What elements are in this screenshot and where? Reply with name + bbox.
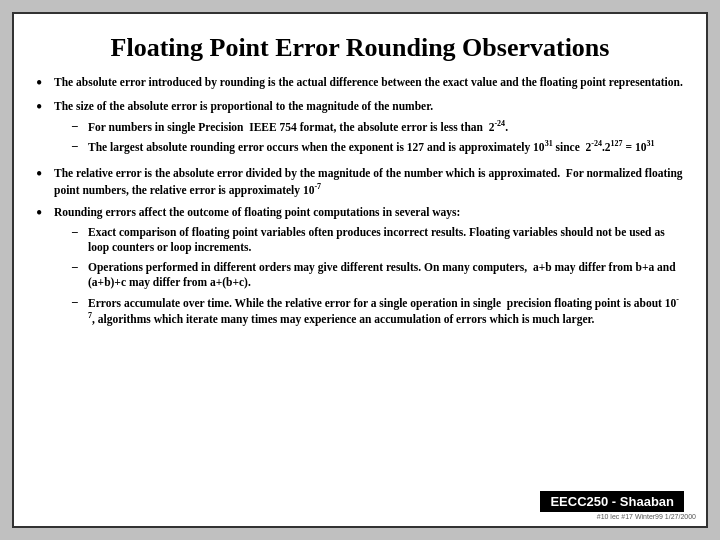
bullet-dot-1: • — [36, 75, 54, 92]
sub-bullet-2b: – The largest absolute rounding error oc… — [72, 139, 684, 155]
sub-dash-4a: – — [72, 225, 88, 256]
bullet-item-1: • The absolute error introduced by round… — [36, 75, 684, 92]
sub-text-4c: Errors accumulate over time. While the r… — [88, 295, 684, 328]
bullet-item-3: • The relative error is the absolute err… — [36, 166, 684, 198]
sub-dash-2a: – — [72, 119, 88, 135]
slide-title: Floating Point Error Rounding Observatio… — [36, 32, 684, 63]
bullet-text-4: Rounding errors affect the outcome of fl… — [54, 206, 460, 218]
sub-text-4b: Operations performed in different orders… — [88, 260, 684, 291]
bullet-dot-2: • — [36, 98, 54, 116]
footer-small-text: #10 lec #17 Winter99 1/27/2000 — [597, 513, 696, 520]
sub-dash-2b: – — [72, 139, 88, 155]
bullet-dot-3: • — [36, 165, 54, 183]
sub-bullet-4a: – Exact comparison of floating point var… — [72, 225, 684, 256]
slide: Floating Point Error Rounding Observatio… — [12, 12, 708, 528]
sub-bullet-4b: – Operations performed in different orde… — [72, 260, 684, 291]
slide-footer: EECC250 - Shaaban — [36, 491, 684, 512]
sub-text-2a: For numbers in single Precision IEEE 754… — [88, 119, 684, 135]
bullet-text-2: The size of the absolute error is propor… — [54, 100, 433, 112]
sub-bullet-2a: – For numbers in single Precision IEEE 7… — [72, 119, 684, 135]
sub-dash-4c: – — [72, 295, 88, 328]
slide-content: • The absolute error introduced by round… — [36, 75, 684, 485]
bullet-item-2: • The size of the absolute error is prop… — [36, 99, 684, 159]
bullet-dot-4: • — [36, 204, 54, 222]
bullet-text-1: The absolute error introduced by roundin… — [54, 75, 684, 91]
sub-dash-4b: – — [72, 260, 88, 291]
sub-text-4a: Exact comparison of floating point varia… — [88, 225, 684, 256]
bullet-text-3: The relative error is the absolute error… — [54, 166, 684, 198]
sub-text-2b: The largest absolute rounding error occu… — [88, 139, 684, 155]
footer-badge: EECC250 - Shaaban — [540, 491, 684, 512]
bullet-item-4: • Rounding errors affect the outcome of … — [36, 205, 684, 331]
sub-bullet-4c: – Errors accumulate over time. While the… — [72, 295, 684, 328]
